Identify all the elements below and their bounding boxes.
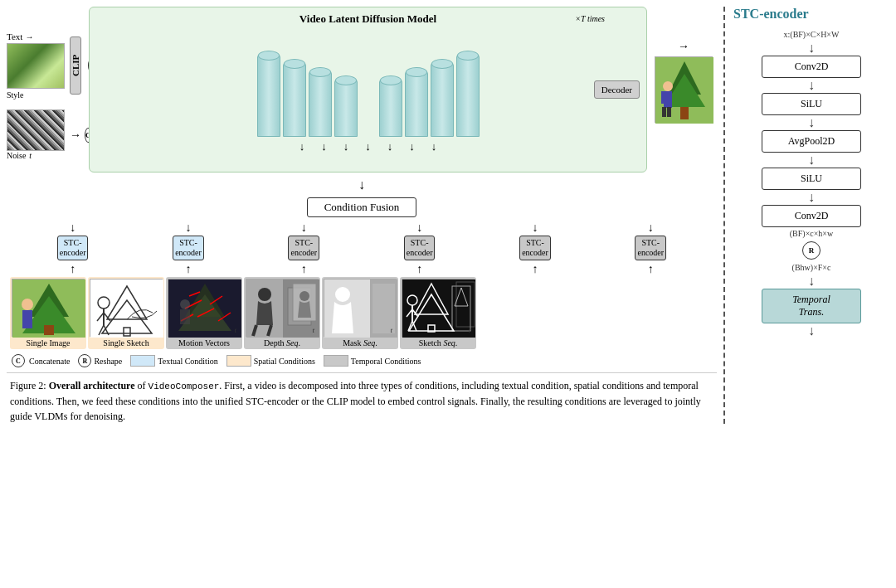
sia3: ↑	[301, 263, 307, 276]
arr4: ↓	[365, 140, 371, 153]
motion-t-sub: t	[234, 326, 236, 334]
cond-mask-seq: t Mask Seq.	[322, 277, 398, 349]
motion-vectors-svg	[168, 279, 241, 338]
cyl-1	[257, 54, 280, 137]
to-fusion-arrow: ↓	[7, 177, 717, 192]
cond-sketch-seq: t Sketch Seq.	[400, 277, 476, 349]
mask-seq-img: t	[324, 279, 397, 337]
single-image-label: Single Image	[26, 338, 70, 347]
stc-node-temporal-trans: Temporal Trans.	[762, 289, 861, 323]
stc-detail-title: STC-encoder	[733, 7, 889, 22]
sia1: ↑	[70, 263, 75, 276]
legend-spatial-label: Spatial Conditions	[254, 357, 315, 366]
svg-rect-3	[680, 107, 689, 119]
stc-arrow-1: ↓	[808, 79, 815, 92]
svg-point-35	[180, 299, 190, 309]
depth-seq-svg	[246, 279, 319, 338]
depth-seq-label: Depth Seq.	[264, 338, 300, 347]
legend-reshape: R Reshape	[78, 352, 122, 369]
stc-enc-4: STC-encoder	[404, 236, 436, 260]
arr7: ↓	[431, 140, 437, 153]
svg-rect-8	[662, 107, 666, 117]
cyl-4	[334, 79, 358, 137]
mask-seq-label: Mask Seq.	[343, 338, 377, 347]
legend-textual-box	[130, 355, 155, 367]
single-sketch-img	[90, 279, 163, 337]
depth-t-sub: t	[312, 326, 314, 334]
vldm-times: ×T times	[575, 14, 605, 23]
noise-arrow: →	[70, 129, 81, 142]
fa2: ↓	[185, 221, 191, 235]
legend-spatial: Spatial Conditions	[226, 355, 315, 367]
cylinder-group-right	[379, 54, 480, 137]
noise-row: Noise t → C	[7, 109, 85, 160]
cyl-3	[309, 70, 332, 137]
legend-temporal: Temporal Conditions	[324, 355, 421, 367]
temporal-trans-text: Temporal Trans.	[792, 294, 830, 318]
svg-point-44	[299, 291, 309, 301]
legend-temporal-box	[324, 355, 348, 367]
vldm-title: Video Latent Diffusion Model	[98, 12, 638, 26]
arr3: ↓	[343, 140, 349, 153]
style-label: Style	[7, 90, 65, 100]
decoder-box: Decoder	[594, 80, 640, 99]
noise-image	[7, 109, 65, 151]
cond-single-image: Single Image	[10, 277, 86, 349]
cond-motion-vectors: t Motion Vectors	[166, 277, 242, 349]
clip-block: CLIP	[70, 36, 81, 95]
stc-detail: STC-encoder x:(BF)×C×H×W ↓ Conv2D ↓ SiLU…	[723, 7, 889, 424]
cyl-6	[405, 70, 428, 137]
svg-rect-7	[668, 91, 672, 104]
fa6: ↓	[648, 221, 654, 235]
sia2: ↑	[185, 263, 191, 276]
decoder-arrow: →	[678, 40, 689, 53]
svg-point-4	[663, 81, 673, 91]
stc-flow: x:(BF)×C×H×W ↓ Conv2D ↓ SiLU ↓ AvgPool2D…	[733, 28, 889, 338]
legend-spatial-box	[226, 355, 251, 367]
stc-arrow-6: ↓	[808, 324, 815, 338]
sketch-seq-label: Sketch Seq.	[419, 338, 458, 347]
condition-images-row: Single Image	[7, 277, 717, 349]
stc-formula-mid: (BF)×c×h×w	[790, 229, 833, 238]
cyl-2	[283, 62, 306, 137]
legend-row: C Concatenate R Reshape Textual Conditio…	[7, 352, 717, 369]
stc-arrow-4: ↓	[808, 191, 815, 204]
svg-rect-6	[661, 91, 665, 104]
motion-vectors-label: Motion Vectors	[178, 338, 230, 347]
stc-formula-top: x:(BF)×C×H×W	[784, 30, 840, 39]
cyl-7	[431, 62, 454, 137]
condition-fusion-row: Condition Fusion	[7, 197, 717, 217]
sketch-seq-svg	[402, 279, 475, 338]
legend-reshape-icon: R	[78, 354, 91, 367]
single-sketch-label: Single Sketch	[103, 338, 149, 347]
output-image	[655, 56, 713, 123]
stc-reshape-circle: R	[802, 241, 821, 260]
stc-node-avgpool: AvgPool2D	[762, 130, 861, 153]
legend-concat-icon: C	[12, 354, 25, 367]
stc-enc-5: STC-encoder	[519, 236, 551, 260]
stc-node-silu-2: SiLU	[762, 168, 861, 190]
svg-point-47	[335, 287, 350, 302]
output-area: →	[650, 7, 717, 123]
text-arrow: →	[25, 32, 33, 41]
svg-rect-36	[180, 309, 190, 324]
caption-bold: Overall architecture	[49, 380, 135, 391]
cond-depth-seq: t Depth Seq.	[244, 277, 320, 349]
sketch-seq-italic: Seq	[443, 338, 455, 347]
legend-reshape-label: Reshape	[94, 357, 122, 366]
arr5: ↓	[387, 140, 393, 153]
single-image-img	[12, 279, 85, 337]
fa3: ↓	[301, 221, 307, 235]
svg-rect-50	[402, 279, 475, 338]
noise-label: Noise	[7, 151, 26, 160]
stc-node-conv2d-1: Conv2D	[762, 56, 861, 78]
svg-point-14	[22, 299, 33, 310]
stc-enc-1: STC-encoder	[57, 236, 89, 260]
sia6: ↑	[648, 263, 654, 276]
vldm-cylinders	[98, 29, 638, 137]
mask-seq-svg	[324, 279, 397, 338]
stc-node-silu-1: SiLU	[762, 93, 861, 115]
stc-encoders-row: STC-encoder STC-encoder STC-encoder STC-…	[7, 236, 717, 260]
fa5: ↓	[532, 221, 538, 235]
top-row: Text → Style CLIP C	[7, 7, 717, 173]
